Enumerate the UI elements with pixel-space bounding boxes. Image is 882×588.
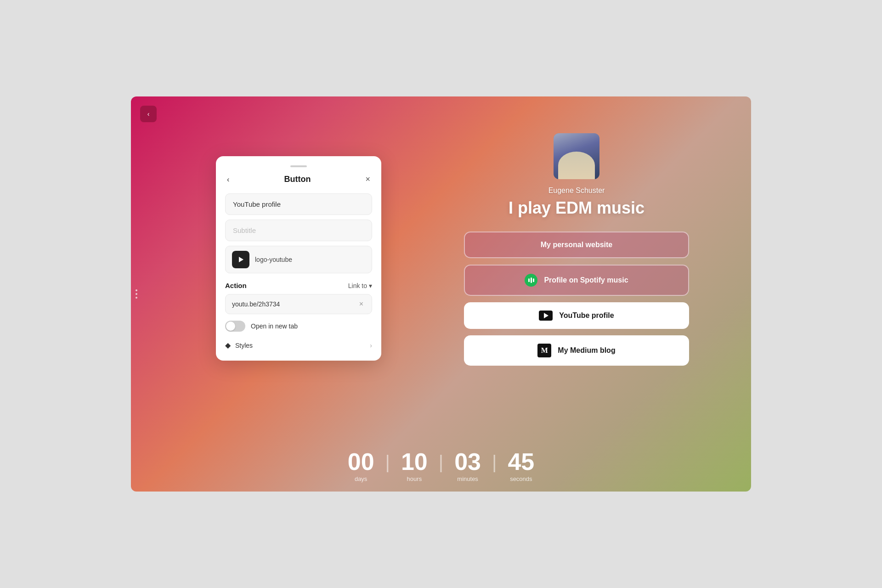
spotify-profile-button[interactable]: Profile on Spotify music: [464, 265, 689, 296]
countdown-seconds-value: 45: [508, 450, 534, 474]
profile-name: Eugene Schuster: [548, 187, 605, 195]
countdown-divider-2: |: [439, 452, 443, 473]
collapse-button[interactable]: ‹: [140, 106, 157, 122]
countdown-days-value: 00: [348, 450, 374, 474]
toggle-row: Open in new tab: [225, 321, 372, 332]
styles-row[interactable]: ◆ Styles ›: [225, 339, 372, 351]
youtube-profile-label: YouTube profile: [559, 311, 614, 320]
action-chevron-icon: ▾: [369, 282, 372, 289]
my-personal-website-button[interactable]: My personal website: [464, 232, 689, 258]
youtube-icon: [539, 311, 553, 321]
toggle-label: Open in new tab: [251, 322, 298, 330]
countdown-hours: 10 hours: [390, 450, 439, 482]
toggle-knob: [226, 322, 235, 331]
countdown-minutes-label: minutes: [457, 475, 478, 482]
my-personal-website-label: My personal website: [541, 241, 613, 249]
countdown-days: 00 days: [337, 450, 385, 482]
medium-icon: M: [537, 344, 551, 357]
youtube-play-icon: [544, 313, 548, 318]
styles-icon: ◆: [225, 341, 231, 350]
countdown: 00 days | 10 hours | 03 minutes | 45 sec…: [131, 450, 751, 492]
drag-handle: [225, 165, 372, 167]
collapse-icon: ‹: [147, 110, 150, 118]
countdown-minutes-value: 03: [454, 450, 481, 474]
youtube-icon-preview: [232, 251, 249, 268]
spotify-icon: [525, 274, 537, 287]
profile-title: I play EDM music: [509, 198, 645, 218]
icon-label: logo-youtube: [255, 256, 292, 263]
countdown-seconds: 45 seconds: [497, 450, 545, 482]
action-link-label: Link to: [348, 282, 367, 289]
side-dots: [136, 289, 137, 299]
countdown-hours-value: 10: [401, 450, 428, 474]
avatar-image: [554, 133, 599, 179]
spotify-profile-label: Profile on Spotify music: [544, 276, 628, 284]
spotify-bars: [528, 277, 534, 283]
modal-close-button[interactable]: ×: [363, 173, 372, 186]
main-screen: ‹ ‹ Button × logo-youtube Action Link t: [131, 96, 751, 492]
modal-back-button[interactable]: ‹: [225, 174, 231, 186]
modal-header: ‹ Button ×: [225, 173, 372, 186]
title-input[interactable]: [225, 193, 372, 215]
youtube-profile-button[interactable]: YouTube profile: [464, 302, 689, 329]
icon-selector[interactable]: logo-youtube: [225, 246, 372, 273]
countdown-seconds-label: seconds: [510, 475, 532, 482]
profile-avatar: [554, 133, 599, 179]
styles-left: ◆ Styles: [225, 341, 253, 350]
action-label: Action: [225, 282, 247, 289]
countdown-minutes: 03 minutes: [443, 450, 492, 482]
play-icon: [239, 257, 243, 262]
action-link-button[interactable]: Link to ▾: [348, 282, 372, 289]
action-row: Action Link to ▾: [225, 282, 372, 289]
styles-label: Styles: [235, 342, 253, 349]
url-input-row: ×: [225, 294, 372, 314]
styles-chevron-icon: ›: [370, 342, 372, 349]
countdown-divider-3: |: [492, 452, 497, 473]
countdown-days-label: days: [355, 475, 367, 482]
countdown-hours-label: hours: [407, 475, 422, 482]
medium-blog-label: My Medium blog: [558, 346, 615, 355]
modal-title: Button: [284, 175, 311, 184]
url-input[interactable]: [232, 300, 357, 308]
subtitle-input[interactable]: [225, 220, 372, 241]
new-tab-toggle[interactable]: [225, 321, 245, 332]
countdown-divider-1: |: [385, 452, 390, 473]
url-clear-button[interactable]: ×: [357, 300, 365, 308]
medium-blog-button[interactable]: M My Medium blog: [464, 335, 689, 366]
content-area: Eugene Schuster I play EDM music My pers…: [402, 96, 751, 492]
modal-panel: ‹ Button × logo-youtube Action Link to ▾…: [216, 156, 381, 361]
